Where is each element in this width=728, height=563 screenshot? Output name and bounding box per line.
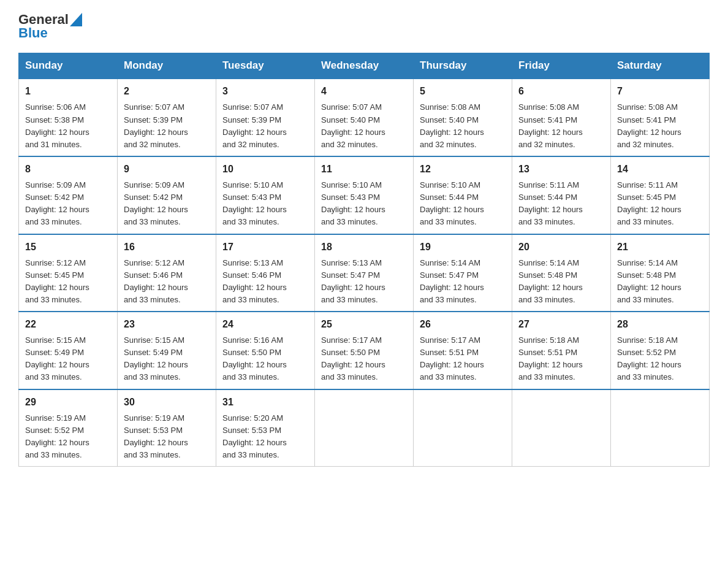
svg-marker-0 — [70, 13, 82, 26]
day-info: Sunrise: 5:11 AMSunset: 5:45 PMDaylight:… — [617, 180, 681, 226]
calendar-cell: 12 Sunrise: 5:10 AMSunset: 5:44 PMDaylig… — [414, 156, 512, 234]
day-info: Sunrise: 5:10 AMSunset: 5:43 PMDaylight:… — [222, 180, 287, 226]
page-header: General Blue — [18, 12, 710, 40]
calendar-cell: 30 Sunrise: 5:19 AMSunset: 5:53 PMDaylig… — [118, 389, 216, 467]
day-number: 25 — [321, 317, 407, 332]
day-info: Sunrise: 5:07 AMSunset: 5:40 PMDaylight:… — [321, 102, 385, 148]
calendar-cell: 22 Sunrise: 5:15 AMSunset: 5:49 PMDaylig… — [19, 312, 118, 389]
day-number: 2 — [124, 84, 210, 99]
day-info: Sunrise: 5:13 AMSunset: 5:46 PMDaylight:… — [222, 258, 287, 304]
day-number: 3 — [222, 84, 308, 99]
calendar-cell: 31 Sunrise: 5:20 AMSunset: 5:53 PMDaylig… — [216, 389, 315, 467]
calendar-table: SundayMondayTuesdayWednesdayThursdayFrid… — [18, 53, 710, 467]
calendar-cell: 8 Sunrise: 5:09 AMSunset: 5:42 PMDayligh… — [19, 156, 118, 234]
day-info: Sunrise: 5:20 AMSunset: 5:53 PMDaylight:… — [222, 413, 287, 459]
day-info: Sunrise: 5:18 AMSunset: 5:52 PMDaylight:… — [617, 335, 681, 381]
calendar-cell: 16 Sunrise: 5:12 AMSunset: 5:46 PMDaylig… — [118, 234, 216, 312]
day-number: 4 — [321, 84, 407, 99]
day-number: 16 — [124, 240, 210, 255]
day-number: 8 — [25, 162, 111, 177]
col-header-saturday: Saturday — [611, 53, 710, 79]
day-number: 15 — [25, 240, 111, 255]
day-info: Sunrise: 5:08 AMSunset: 5:41 PMDaylight:… — [617, 102, 681, 148]
week-row-2: 8 Sunrise: 5:09 AMSunset: 5:42 PMDayligh… — [19, 156, 710, 234]
calendar-cell: 23 Sunrise: 5:15 AMSunset: 5:49 PMDaylig… — [118, 312, 216, 389]
calendar-cell — [414, 389, 512, 467]
calendar-header-row: SundayMondayTuesdayWednesdayThursdayFrid… — [19, 53, 710, 79]
calendar-cell: 2 Sunrise: 5:07 AMSunset: 5:39 PMDayligh… — [118, 79, 216, 156]
logo: General Blue — [18, 12, 82, 40]
week-row-1: 1 Sunrise: 5:06 AMSunset: 5:38 PMDayligh… — [19, 79, 710, 156]
day-info: Sunrise: 5:17 AMSunset: 5:51 PMDaylight:… — [420, 335, 484, 381]
day-number: 12 — [420, 162, 506, 177]
day-number: 22 — [25, 317, 111, 332]
calendar-cell: 20 Sunrise: 5:14 AMSunset: 5:48 PMDaylig… — [512, 234, 611, 312]
calendar-cell — [315, 389, 414, 467]
day-info: Sunrise: 5:19 AMSunset: 5:53 PMDaylight:… — [124, 413, 188, 459]
day-info: Sunrise: 5:15 AMSunset: 5:49 PMDaylight:… — [25, 335, 89, 381]
calendar-cell: 21 Sunrise: 5:14 AMSunset: 5:48 PMDaylig… — [611, 234, 710, 312]
day-info: Sunrise: 5:10 AMSunset: 5:44 PMDaylight:… — [420, 180, 484, 226]
calendar-cell: 11 Sunrise: 5:10 AMSunset: 5:43 PMDaylig… — [315, 156, 414, 234]
calendar-cell — [611, 389, 710, 467]
calendar-cell: 29 Sunrise: 5:19 AMSunset: 5:52 PMDaylig… — [19, 389, 118, 467]
day-number: 11 — [321, 162, 407, 177]
day-number: 13 — [518, 162, 604, 177]
col-header-tuesday: Tuesday — [216, 53, 315, 79]
day-info: Sunrise: 5:06 AMSunset: 5:38 PMDaylight:… — [25, 102, 89, 148]
calendar-cell: 24 Sunrise: 5:16 AMSunset: 5:50 PMDaylig… — [216, 312, 315, 389]
calendar-cell: 9 Sunrise: 5:09 AMSunset: 5:42 PMDayligh… — [118, 156, 216, 234]
week-row-4: 22 Sunrise: 5:15 AMSunset: 5:49 PMDaylig… — [19, 312, 710, 389]
calendar-cell: 25 Sunrise: 5:17 AMSunset: 5:50 PMDaylig… — [315, 312, 414, 389]
day-number: 6 — [518, 84, 604, 99]
col-header-friday: Friday — [512, 53, 611, 79]
day-info: Sunrise: 5:09 AMSunset: 5:42 PMDaylight:… — [124, 180, 188, 226]
calendar-cell: 5 Sunrise: 5:08 AMSunset: 5:40 PMDayligh… — [414, 79, 512, 156]
day-number: 31 — [222, 395, 308, 410]
day-info: Sunrise: 5:07 AMSunset: 5:39 PMDaylight:… — [222, 102, 287, 148]
day-number: 24 — [222, 317, 308, 332]
logo-triangle-icon — [70, 13, 82, 26]
calendar-cell: 10 Sunrise: 5:10 AMSunset: 5:43 PMDaylig… — [216, 156, 315, 234]
day-number: 1 — [25, 84, 111, 99]
calendar-cell: 13 Sunrise: 5:11 AMSunset: 5:44 PMDaylig… — [512, 156, 611, 234]
calendar-cell: 1 Sunrise: 5:06 AMSunset: 5:38 PMDayligh… — [19, 79, 118, 156]
calendar-cell: 19 Sunrise: 5:14 AMSunset: 5:47 PMDaylig… — [414, 234, 512, 312]
day-info: Sunrise: 5:10 AMSunset: 5:43 PMDaylight:… — [321, 180, 385, 226]
day-info: Sunrise: 5:16 AMSunset: 5:50 PMDaylight:… — [222, 335, 287, 381]
week-row-5: 29 Sunrise: 5:19 AMSunset: 5:52 PMDaylig… — [19, 389, 710, 467]
day-info: Sunrise: 5:08 AMSunset: 5:40 PMDaylight:… — [420, 102, 484, 148]
day-info: Sunrise: 5:19 AMSunset: 5:52 PMDaylight:… — [25, 413, 89, 459]
calendar-cell: 14 Sunrise: 5:11 AMSunset: 5:45 PMDaylig… — [611, 156, 710, 234]
day-info: Sunrise: 5:12 AMSunset: 5:45 PMDaylight:… — [25, 258, 89, 304]
day-number: 10 — [222, 162, 308, 177]
day-number: 27 — [518, 317, 604, 332]
calendar-cell — [512, 389, 611, 467]
day-number: 23 — [124, 317, 210, 332]
calendar-cell: 26 Sunrise: 5:17 AMSunset: 5:51 PMDaylig… — [414, 312, 512, 389]
day-number: 18 — [321, 240, 407, 255]
day-number: 19 — [420, 240, 506, 255]
day-number: 20 — [518, 240, 604, 255]
calendar-cell: 3 Sunrise: 5:07 AMSunset: 5:39 PMDayligh… — [216, 79, 315, 156]
day-info: Sunrise: 5:09 AMSunset: 5:42 PMDaylight:… — [25, 180, 89, 226]
day-number: 28 — [617, 317, 703, 332]
day-number: 5 — [420, 84, 506, 99]
col-header-thursday: Thursday — [414, 53, 512, 79]
week-row-3: 15 Sunrise: 5:12 AMSunset: 5:45 PMDaylig… — [19, 234, 710, 312]
day-number: 30 — [124, 395, 210, 410]
calendar-cell: 7 Sunrise: 5:08 AMSunset: 5:41 PMDayligh… — [611, 79, 710, 156]
calendar-cell: 27 Sunrise: 5:18 AMSunset: 5:51 PMDaylig… — [512, 312, 611, 389]
day-number: 29 — [25, 395, 111, 410]
day-info: Sunrise: 5:11 AMSunset: 5:44 PMDaylight:… — [518, 180, 583, 226]
day-info: Sunrise: 5:14 AMSunset: 5:48 PMDaylight:… — [518, 258, 583, 304]
day-number: 7 — [617, 84, 703, 99]
calendar-cell: 6 Sunrise: 5:08 AMSunset: 5:41 PMDayligh… — [512, 79, 611, 156]
day-info: Sunrise: 5:08 AMSunset: 5:41 PMDaylight:… — [518, 102, 583, 148]
day-info: Sunrise: 5:14 AMSunset: 5:48 PMDaylight:… — [617, 258, 681, 304]
day-number: 21 — [617, 240, 703, 255]
logo-blue-text: Blue — [18, 26, 48, 40]
col-header-wednesday: Wednesday — [315, 53, 414, 79]
calendar-cell: 15 Sunrise: 5:12 AMSunset: 5:45 PMDaylig… — [19, 234, 118, 312]
day-number: 14 — [617, 162, 703, 177]
